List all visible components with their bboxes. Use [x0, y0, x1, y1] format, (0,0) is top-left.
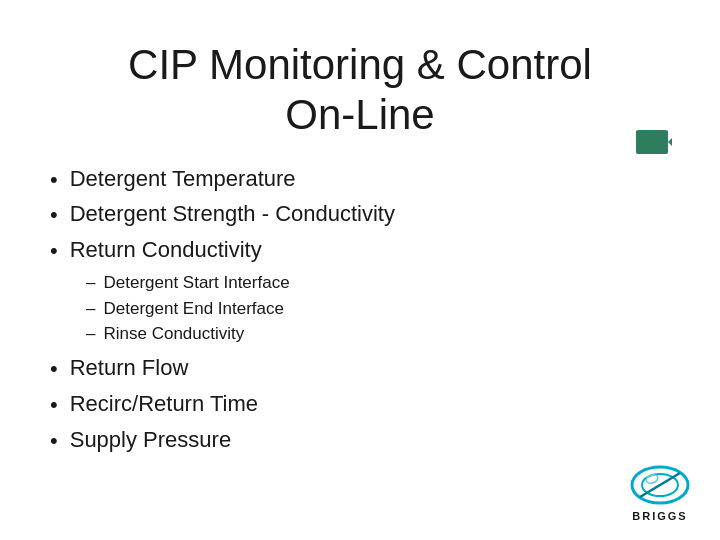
bullet-item-1: • Detergent Temperature [50, 165, 670, 195]
sub-text-3: Rinse Conductivity [103, 323, 244, 346]
sub-dash-3: – [86, 323, 95, 346]
sub-dash-2: – [86, 298, 95, 321]
svg-point-5 [645, 473, 659, 485]
slide: CIP Monitoring & Control On-Line • Deter… [0, 0, 720, 540]
sub-item-2: – Detergent End Interface [86, 298, 670, 321]
bullet-dot-2: • [50, 201, 58, 230]
sub-text-2: Detergent End Interface [103, 298, 284, 321]
main-bullet-list: • Detergent Temperature • Detergent Stre… [50, 165, 670, 266]
sub-dash-1: – [86, 272, 95, 295]
bullet-item-5: • Recirc/Return Time [50, 390, 670, 420]
bullet-dot-3: • [50, 237, 58, 266]
sub-item-1: – Detergent Start Interface [86, 272, 670, 295]
sub-text-1: Detergent Start Interface [103, 272, 289, 295]
bullet-text-5: Recirc/Return Time [70, 390, 258, 419]
svg-marker-1 [668, 138, 672, 146]
bullet-text-1: Detergent Temperature [70, 165, 296, 194]
briggs-logo: BRIGGS [630, 462, 690, 522]
briggs-logo-icon [630, 462, 690, 508]
title-line2: On-Line [285, 91, 434, 138]
bullet-item-3: • Return Conductivity [50, 236, 670, 266]
lower-bullet-list: • Return Flow • Recirc/Return Time • Sup… [50, 354, 670, 455]
sub-bullet-list: – Detergent Start Interface – Detergent … [86, 272, 670, 347]
svg-line-4 [640, 473, 680, 497]
bullet-dot-1: • [50, 166, 58, 195]
svg-rect-0 [636, 130, 668, 154]
bullet-text-6: Supply Pressure [70, 426, 231, 455]
bullet-item-4: • Return Flow [50, 354, 670, 384]
bullet-dot-5: • [50, 391, 58, 420]
bullet-dot-6: • [50, 427, 58, 456]
bullet-dot-4: • [50, 355, 58, 384]
bullet-text-3: Return Conductivity [70, 236, 262, 265]
title-line1: CIP Monitoring & Control [128, 41, 592, 88]
sub-item-3: – Rinse Conductivity [86, 323, 670, 346]
bullet-text-2: Detergent Strength - Conductivity [70, 200, 395, 229]
media-icon [636, 130, 672, 160]
bullet-text-4: Return Flow [70, 354, 189, 383]
briggs-text: BRIGGS [632, 510, 687, 522]
bullet-item-2: • Detergent Strength - Conductivity [50, 200, 670, 230]
slide-title: CIP Monitoring & Control On-Line [50, 40, 670, 141]
bullet-item-6: • Supply Pressure [50, 426, 670, 456]
